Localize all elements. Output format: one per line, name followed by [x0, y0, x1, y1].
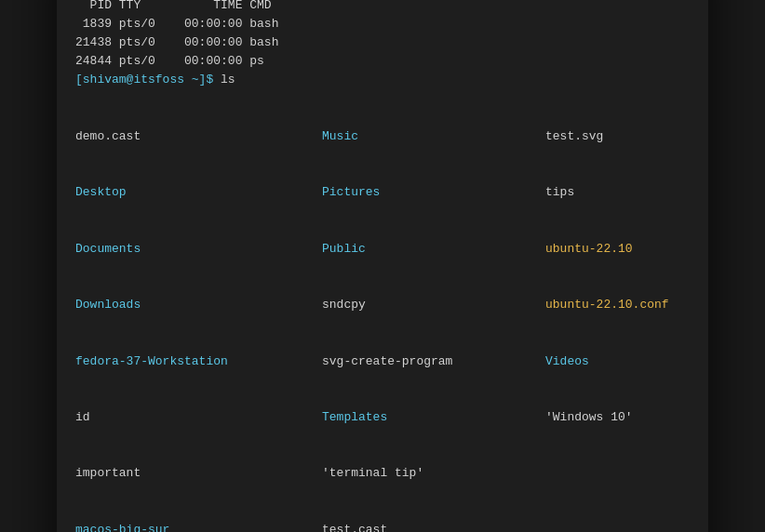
terminal-line: PID TTY TIME CMD: [75, 0, 690, 15]
terminal-line: 24844 pts/0 00:00:00 ps: [75, 52, 690, 71]
ls-col-3: test.svg tips ubuntu-22.10 ubuntu-22.10.…: [545, 90, 690, 532]
list-item: macos-big-sur: [75, 521, 322, 532]
terminal-window: shivam@itsfoss:~ + ⋮ — □ ✕ [shivam@itsfo…: [57, 0, 708, 532]
list-item: [545, 521, 690, 532]
list-item: sndcpy: [322, 296, 545, 314]
list-item: important: [75, 464, 322, 483]
list-item: Videos: [545, 352, 690, 371]
list-item: Pictures: [322, 183, 545, 202]
list-item: ubuntu-22.10.conf: [545, 296, 690, 314]
list-item: Public: [322, 240, 545, 259]
list-item: Music: [322, 127, 545, 146]
list-item: Documents: [75, 240, 322, 259]
terminal-line: 21438 pts/0 00:00:00 bash: [75, 33, 690, 52]
ls-output: demo.cast Desktop Documents Downloads fe…: [75, 90, 690, 532]
list-item: demo.cast: [75, 127, 322, 146]
list-item: [545, 464, 690, 483]
terminal-line: 1839 pts/0 00:00:00 bash: [75, 15, 690, 33]
list-item: ubuntu-22.10: [545, 240, 690, 259]
list-item: test.cast: [322, 521, 545, 532]
list-item: Downloads: [75, 296, 322, 314]
ls-col-2: Music Pictures Public sndcpy svg-create-…: [322, 90, 545, 532]
list-item: Templates: [322, 408, 545, 427]
list-item: Desktop: [75, 183, 322, 202]
list-item: test.svg: [545, 127, 690, 146]
list-item: id: [75, 408, 322, 427]
ls-col-1: demo.cast Desktop Documents Downloads fe…: [75, 90, 322, 532]
terminal-line: [shivam@itsfoss ~]$ ls: [75, 71, 690, 89]
prompt: [shivam@itsfoss ~]$: [75, 71, 221, 89]
terminal-body[interactable]: [shivam@itsfoss ~]$ ps PID TTY TIME CMD …: [57, 0, 708, 532]
list-item: svg-create-program: [322, 352, 545, 371]
list-item: 'Windows 10': [545, 408, 690, 427]
list-item: 'terminal tip': [322, 464, 545, 483]
list-item: fedora-37-Workstation: [75, 352, 322, 371]
list-item: tips: [545, 183, 690, 202]
